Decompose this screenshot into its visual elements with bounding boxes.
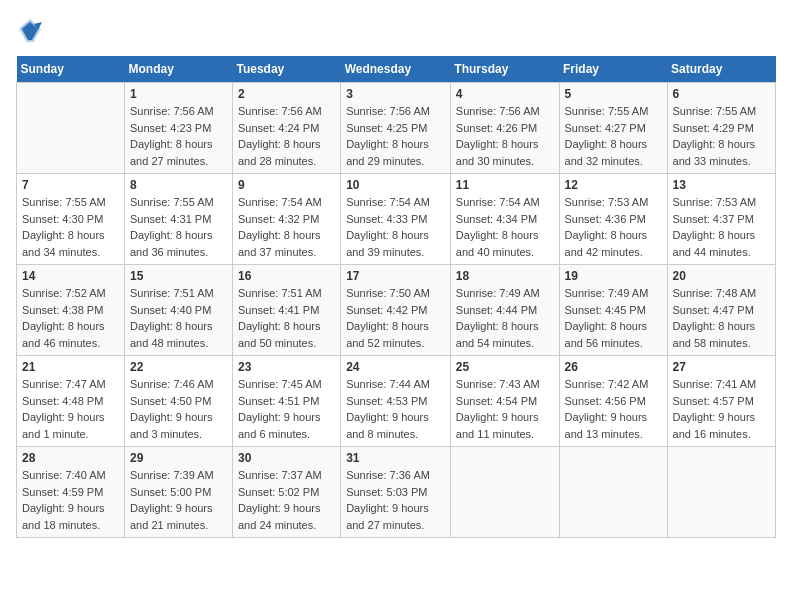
day-info: Sunrise: 7:56 AM Sunset: 4:24 PM Dayligh… (238, 103, 335, 169)
calendar-cell: 14Sunrise: 7:52 AM Sunset: 4:38 PM Dayli… (17, 265, 125, 356)
calendar-cell: 28Sunrise: 7:40 AM Sunset: 4:59 PM Dayli… (17, 447, 125, 538)
calendar-cell: 17Sunrise: 7:50 AM Sunset: 4:42 PM Dayli… (341, 265, 451, 356)
day-info: Sunrise: 7:37 AM Sunset: 5:02 PM Dayligh… (238, 467, 335, 533)
weekday-header-friday: Friday (559, 56, 667, 83)
day-number: 7 (22, 178, 119, 192)
calendar-table: SundayMondayTuesdayWednesdayThursdayFrid… (16, 56, 776, 538)
day-info: Sunrise: 7:55 AM Sunset: 4:29 PM Dayligh… (673, 103, 770, 169)
day-number: 29 (130, 451, 227, 465)
day-info: Sunrise: 7:55 AM Sunset: 4:30 PM Dayligh… (22, 194, 119, 260)
calendar-cell (667, 447, 775, 538)
calendar-cell (450, 447, 559, 538)
day-info: Sunrise: 7:43 AM Sunset: 4:54 PM Dayligh… (456, 376, 554, 442)
calendar-cell: 20Sunrise: 7:48 AM Sunset: 4:47 PM Dayli… (667, 265, 775, 356)
weekday-header-sunday: Sunday (17, 56, 125, 83)
calendar-cell: 13Sunrise: 7:53 AM Sunset: 4:37 PM Dayli… (667, 174, 775, 265)
calendar-cell: 4Sunrise: 7:56 AM Sunset: 4:26 PM Daylig… (450, 83, 559, 174)
day-number: 9 (238, 178, 335, 192)
day-number: 6 (673, 87, 770, 101)
day-info: Sunrise: 7:46 AM Sunset: 4:50 PM Dayligh… (130, 376, 227, 442)
day-info: Sunrise: 7:42 AM Sunset: 4:56 PM Dayligh… (565, 376, 662, 442)
weekday-header-wednesday: Wednesday (341, 56, 451, 83)
day-info: Sunrise: 7:39 AM Sunset: 5:00 PM Dayligh… (130, 467, 227, 533)
day-number: 20 (673, 269, 770, 283)
day-info: Sunrise: 7:55 AM Sunset: 4:31 PM Dayligh… (130, 194, 227, 260)
weekday-header-saturday: Saturday (667, 56, 775, 83)
day-number: 14 (22, 269, 119, 283)
calendar-cell: 3Sunrise: 7:56 AM Sunset: 4:25 PM Daylig… (341, 83, 451, 174)
calendar-cell: 9Sunrise: 7:54 AM Sunset: 4:32 PM Daylig… (232, 174, 340, 265)
day-number: 12 (565, 178, 662, 192)
calendar-cell: 12Sunrise: 7:53 AM Sunset: 4:36 PM Dayli… (559, 174, 667, 265)
day-number: 19 (565, 269, 662, 283)
day-info: Sunrise: 7:36 AM Sunset: 5:03 PM Dayligh… (346, 467, 445, 533)
calendar-week-row: 7Sunrise: 7:55 AM Sunset: 4:30 PM Daylig… (17, 174, 776, 265)
calendar-week-row: 14Sunrise: 7:52 AM Sunset: 4:38 PM Dayli… (17, 265, 776, 356)
calendar-cell: 25Sunrise: 7:43 AM Sunset: 4:54 PM Dayli… (450, 356, 559, 447)
day-info: Sunrise: 7:51 AM Sunset: 4:40 PM Dayligh… (130, 285, 227, 351)
weekday-header-row: SundayMondayTuesdayWednesdayThursdayFrid… (17, 56, 776, 83)
day-info: Sunrise: 7:50 AM Sunset: 4:42 PM Dayligh… (346, 285, 445, 351)
calendar-cell: 21Sunrise: 7:47 AM Sunset: 4:48 PM Dayli… (17, 356, 125, 447)
day-number: 28 (22, 451, 119, 465)
calendar-cell: 11Sunrise: 7:54 AM Sunset: 4:34 PM Dayli… (450, 174, 559, 265)
calendar-cell: 31Sunrise: 7:36 AM Sunset: 5:03 PM Dayli… (341, 447, 451, 538)
calendar-cell (17, 83, 125, 174)
day-info: Sunrise: 7:53 AM Sunset: 4:36 PM Dayligh… (565, 194, 662, 260)
day-info: Sunrise: 7:54 AM Sunset: 4:33 PM Dayligh… (346, 194, 445, 260)
calendar-cell: 7Sunrise: 7:55 AM Sunset: 4:30 PM Daylig… (17, 174, 125, 265)
weekday-header-thursday: Thursday (450, 56, 559, 83)
day-number: 21 (22, 360, 119, 374)
day-number: 4 (456, 87, 554, 101)
day-info: Sunrise: 7:54 AM Sunset: 4:32 PM Dayligh… (238, 194, 335, 260)
day-number: 17 (346, 269, 445, 283)
calendar-cell: 1Sunrise: 7:56 AM Sunset: 4:23 PM Daylig… (124, 83, 232, 174)
day-number: 31 (346, 451, 445, 465)
calendar-cell: 30Sunrise: 7:37 AM Sunset: 5:02 PM Dayli… (232, 447, 340, 538)
calendar-cell (559, 447, 667, 538)
day-number: 11 (456, 178, 554, 192)
day-number: 1 (130, 87, 227, 101)
day-info: Sunrise: 7:47 AM Sunset: 4:48 PM Dayligh… (22, 376, 119, 442)
day-info: Sunrise: 7:52 AM Sunset: 4:38 PM Dayligh… (22, 285, 119, 351)
day-number: 5 (565, 87, 662, 101)
day-info: Sunrise: 7:51 AM Sunset: 4:41 PM Dayligh… (238, 285, 335, 351)
day-info: Sunrise: 7:41 AM Sunset: 4:57 PM Dayligh… (673, 376, 770, 442)
calendar-cell: 23Sunrise: 7:45 AM Sunset: 4:51 PM Dayli… (232, 356, 340, 447)
day-number: 23 (238, 360, 335, 374)
day-number: 3 (346, 87, 445, 101)
day-number: 2 (238, 87, 335, 101)
day-info: Sunrise: 7:56 AM Sunset: 4:25 PM Dayligh… (346, 103, 445, 169)
day-info: Sunrise: 7:48 AM Sunset: 4:47 PM Dayligh… (673, 285, 770, 351)
weekday-header-tuesday: Tuesday (232, 56, 340, 83)
calendar-cell: 15Sunrise: 7:51 AM Sunset: 4:40 PM Dayli… (124, 265, 232, 356)
day-info: Sunrise: 7:45 AM Sunset: 4:51 PM Dayligh… (238, 376, 335, 442)
calendar-cell: 24Sunrise: 7:44 AM Sunset: 4:53 PM Dayli… (341, 356, 451, 447)
day-number: 16 (238, 269, 335, 283)
calendar-week-row: 28Sunrise: 7:40 AM Sunset: 4:59 PM Dayli… (17, 447, 776, 538)
calendar-cell: 5Sunrise: 7:55 AM Sunset: 4:27 PM Daylig… (559, 83, 667, 174)
day-number: 24 (346, 360, 445, 374)
day-info: Sunrise: 7:49 AM Sunset: 4:44 PM Dayligh… (456, 285, 554, 351)
calendar-cell: 8Sunrise: 7:55 AM Sunset: 4:31 PM Daylig… (124, 174, 232, 265)
day-info: Sunrise: 7:53 AM Sunset: 4:37 PM Dayligh… (673, 194, 770, 260)
logo-icon (16, 16, 44, 44)
day-number: 13 (673, 178, 770, 192)
calendar-cell: 2Sunrise: 7:56 AM Sunset: 4:24 PM Daylig… (232, 83, 340, 174)
calendar-cell: 26Sunrise: 7:42 AM Sunset: 4:56 PM Dayli… (559, 356, 667, 447)
calendar-week-row: 1Sunrise: 7:56 AM Sunset: 4:23 PM Daylig… (17, 83, 776, 174)
calendar-cell: 27Sunrise: 7:41 AM Sunset: 4:57 PM Dayli… (667, 356, 775, 447)
calendar-cell: 19Sunrise: 7:49 AM Sunset: 4:45 PM Dayli… (559, 265, 667, 356)
calendar-cell: 18Sunrise: 7:49 AM Sunset: 4:44 PM Dayli… (450, 265, 559, 356)
calendar-cell: 16Sunrise: 7:51 AM Sunset: 4:41 PM Dayli… (232, 265, 340, 356)
day-number: 10 (346, 178, 445, 192)
logo (16, 16, 48, 44)
day-number: 26 (565, 360, 662, 374)
page-header (16, 16, 776, 44)
day-info: Sunrise: 7:56 AM Sunset: 4:23 PM Dayligh… (130, 103, 227, 169)
day-number: 30 (238, 451, 335, 465)
day-number: 15 (130, 269, 227, 283)
calendar-cell: 29Sunrise: 7:39 AM Sunset: 5:00 PM Dayli… (124, 447, 232, 538)
day-info: Sunrise: 7:44 AM Sunset: 4:53 PM Dayligh… (346, 376, 445, 442)
calendar-cell: 22Sunrise: 7:46 AM Sunset: 4:50 PM Dayli… (124, 356, 232, 447)
